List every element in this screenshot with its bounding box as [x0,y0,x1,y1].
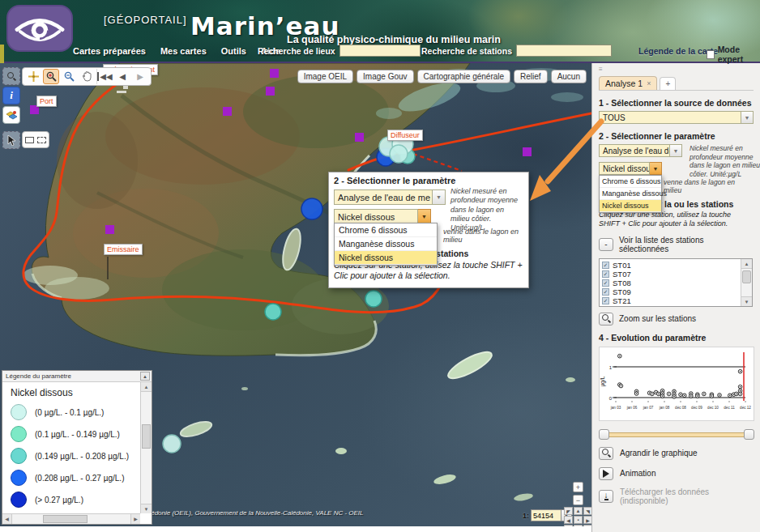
station-row[interactable]: ST09 [602,287,739,296]
evolution-chart[interactable]: 01µg/Ljan 03jan 06jan 07jan 08déc 08déc … [599,347,754,421]
box-select-icon[interactable] [25,137,34,143]
mine-site-marker[interactable] [270,69,279,78]
mine-site-marker[interactable] [355,133,364,142]
station-marker[interactable] [265,304,281,320]
scrollbar-thumb[interactable] [142,424,151,449]
station-row[interactable]: ST08 [602,279,739,287]
slider-handle-end[interactable] [744,429,754,440]
dropdown-option[interactable]: Nickel dissous [600,200,661,212]
station-row[interactable]: ST21 [602,296,739,305]
search-stations-input[interactable] [516,45,612,57]
scroll-up-arrow[interactable]: ▲ [141,382,152,392]
layers-button[interactable] [2,106,20,124]
pan-north[interactable]: ▲ [574,507,583,515]
enlarge-chart-label[interactable]: Agrandir le graphique [620,449,698,458]
scrollbar-thumb[interactable] [43,515,88,523]
scroll-right-arrow[interactable]: ▶ [130,514,140,524]
enlarge-chart-button[interactable] [599,447,613,460]
search-places-input[interactable] [339,45,421,57]
history-forward-button[interactable]: ▶ [132,69,148,84]
popup-matrix-dropdown-arrow[interactable]: ▼ [433,189,446,205]
station-marker[interactable] [301,198,322,219]
nav-link[interactable]: Mes cartes [160,46,207,56]
station-row[interactable]: ST01 [602,261,739,270]
slider-handle-start[interactable] [599,429,609,440]
pan-west[interactable]: ◀ [564,516,573,524]
map-viewport[interactable]: e de traitement Port Diffuseur Emissaire… [0,63,591,526]
matrix-dropdown-arrow[interactable]: ▼ [670,144,682,157]
param-dropdown-arrow[interactable]: ▼ [650,162,662,175]
station-checkbox[interactable] [602,288,609,296]
stations-scrollbar[interactable]: ▲ ▼ [741,259,752,306]
mine-site-marker[interactable] [105,225,114,234]
station-checkbox[interactable] [602,279,609,287]
legend-horizontal-scrollbar[interactable]: ◀ ▶ [2,513,140,524]
dropdown-option[interactable]: Manganèse dissous [600,188,661,200]
zoom-in-tool[interactable] [43,69,59,84]
scroll-down-arrow[interactable]: ▼ [141,504,152,513]
oeil-logo[interactable] [6,5,73,52]
station-row[interactable]: ST07 [602,270,739,279]
zoom-out-tool[interactable] [61,69,77,84]
pan-crosshair-tool[interactable] [25,69,41,84]
source-dropdown-arrow[interactable]: ▼ [741,111,754,124]
scrollbar-thumb[interactable] [742,270,751,283]
history-back-button[interactable]: ◀ [114,69,130,84]
mode-expert-checkbox[interactable] [707,50,715,59]
time-range-slider[interactable] [600,429,753,440]
stations-toggle-label[interactable]: Voir la liste des stations sélectionnées [619,236,754,253]
pan-center[interactable]: ▪ [574,516,583,524]
pan-northeast[interactable]: ◥ [583,507,591,515]
mine-site-marker[interactable] [266,87,275,96]
basemap-button[interactable]: Image Gouv [357,70,413,83]
dropdown-option[interactable]: Nickel dissous [335,251,437,265]
add-analysis-tab[interactable]: + [660,77,676,90]
station-marker[interactable] [365,291,382,307]
info-button[interactable]: i [2,87,20,104]
tab-close-icon[interactable]: × [647,79,651,87]
zoom-out-button[interactable]: − [573,495,583,505]
dropdown-option[interactable]: Chrome 6 dissous [335,223,437,237]
mine-site-marker[interactable] [523,147,532,156]
station-marker[interactable] [163,435,181,453]
basemap-button[interactable]: Relief [514,70,548,83]
history-first-button[interactable]: ◀◀ [96,69,113,84]
station-marker[interactable] [390,145,408,163]
station-checkbox[interactable] [602,262,609,269]
zoom-stations-button[interactable] [599,313,613,326]
dropdown-option[interactable]: Manganèse dissous [335,237,437,251]
dropdown-option[interactable]: Chrome 6 dissous [600,176,661,188]
pan-southwest[interactable]: ◣ [564,525,573,526]
stations-collapse-button[interactable]: - [599,238,613,251]
legend-collapse-button[interactable]: ▲ [140,372,150,381]
nav-link[interactable]: Cartes préparées [73,46,146,56]
zoom-stations-label[interactable]: Zoom sur les stations [619,314,696,323]
scroll-left-arrow[interactable]: ◀ [2,514,12,524]
basemap-button[interactable]: Aucun [551,70,587,83]
download-button[interactable]: ↓ [599,490,613,503]
basemap-button[interactable]: Cartographie générale [417,70,511,83]
animation-button[interactable] [599,467,613,480]
extent-select-icon[interactable] [37,137,46,143]
pointer-tool-button[interactable] [2,131,20,149]
scroll-up-arrow[interactable]: ▲ [741,259,752,269]
legend-vertical-scrollbar[interactable]: ▲ ▼ [140,382,152,513]
zoom-tool-button[interactable] [2,67,20,85]
scroll-down-arrow[interactable]: ▼ [741,296,752,306]
animation-label[interactable]: Animation [620,469,655,478]
pan-east[interactable]: ▶ [583,516,591,524]
station-checkbox[interactable] [602,270,609,278]
source-select[interactable]: TOUS ▼ [599,111,754,124]
station-checkbox[interactable] [602,297,609,304]
pan-southeast[interactable]: ◢ [583,525,591,526]
scale-input[interactable] [531,509,561,521]
stations-listbox[interactable]: ST01 ST07 ST08 ST09 [599,258,753,307]
slider-track[interactable] [600,432,753,437]
pan-south[interactable]: ▼ [574,525,583,526]
legend-titlebar[interactable]: Légende du paramètre ▲ [2,371,152,382]
sidebar-collapse-handle[interactable]: ≡ [599,66,607,73]
zoom-in-button[interactable]: + [573,482,583,492]
tab-analyse-1[interactable]: Analyse 1 × [599,76,657,90]
pan-northwest[interactable]: ◤ [564,507,573,515]
pan-hand-tool[interactable] [79,69,95,84]
